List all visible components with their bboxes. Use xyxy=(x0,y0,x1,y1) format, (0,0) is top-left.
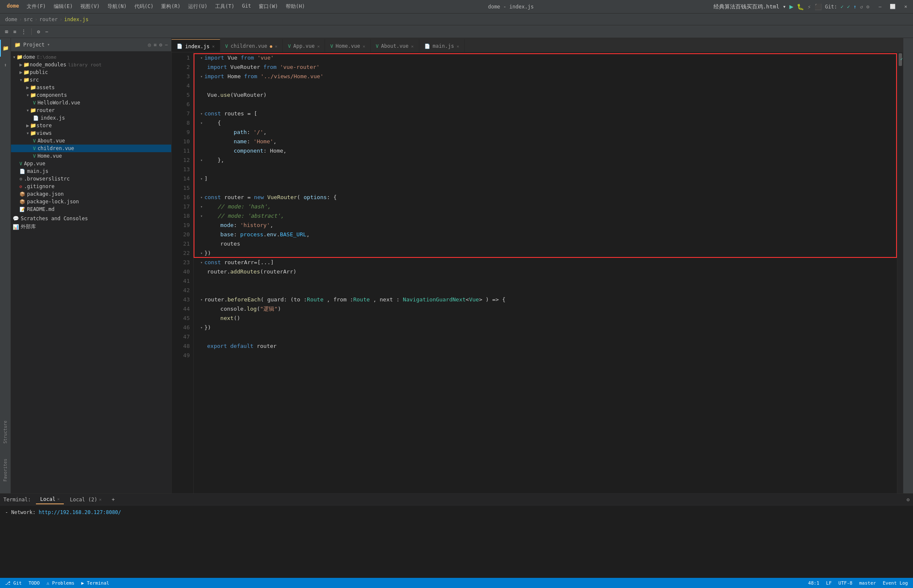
menu-git[interactable]: Git xyxy=(238,2,254,11)
favorites-panel[interactable]: Favorites xyxy=(2,455,8,485)
structure-panel[interactable]: Structure xyxy=(2,417,8,447)
breadcrumb-file[interactable]: index.js xyxy=(64,16,89,22)
add-terminal-icon[interactable]: + xyxy=(112,497,115,503)
tree-item-mainjs[interactable]: 📄 main.js xyxy=(11,167,171,175)
collapse-all-icon[interactable]: ≡ xyxy=(153,42,156,48)
fold-arrow-46[interactable]: ▾ xyxy=(200,323,202,332)
run-button[interactable]: ▶ xyxy=(790,3,794,11)
terminal-content[interactable]: - Network: http://192.168.20.127:8080/ xyxy=(0,506,913,578)
toolbar-collapse-icon[interactable]: − xyxy=(44,28,50,36)
fold-arrow-17[interactable]: ▾ xyxy=(200,202,202,211)
term-tab-local2[interactable]: Local (2) ✕ xyxy=(66,495,106,504)
tree-item-node-modules[interactable]: ▶ 📁 node_modules library root xyxy=(11,61,171,68)
menu-edit[interactable]: 编辑(E) xyxy=(50,2,77,11)
git-check2[interactable]: ✓ xyxy=(847,4,850,10)
tree-item-scratches[interactable]: 💬 Scratches and Consoles xyxy=(11,215,171,222)
tree-item-packagejson[interactable]: 📦 package.json xyxy=(11,190,171,198)
toolbar-settings-icon[interactable]: ⚙ xyxy=(35,28,41,36)
toolbar-list-icon[interactable]: ≡ xyxy=(11,28,18,36)
tree-item-views[interactable]: ▾ 📁 views xyxy=(11,129,171,137)
tree-item-router[interactable]: ▾ 📁 router xyxy=(11,107,171,114)
debug-button[interactable]: 🐛 xyxy=(797,3,804,10)
code-content[interactable]: ▾ import Vue from 'vue' import VueRouter… xyxy=(194,52,897,493)
tree-close-icon[interactable]: − xyxy=(165,42,168,48)
tab-homevue-close[interactable]: ✕ xyxy=(363,44,365,49)
close-button[interactable]: ✕ xyxy=(902,3,910,10)
toolbar-more-icon[interactable]: ⋮ xyxy=(19,28,28,36)
tree-item-readme[interactable]: 📝 README.md xyxy=(11,205,171,213)
term-tab-local2-close[interactable]: ✕ xyxy=(99,497,101,502)
tree-item-src[interactable]: ▾ 📁 src xyxy=(11,76,171,84)
tab-children-close[interactable]: ✕ xyxy=(275,44,277,49)
git-push[interactable]: ↑ xyxy=(853,4,856,10)
tab-mainjs[interactable]: 📄 main.js ✕ xyxy=(419,39,465,52)
fold-arrow-7[interactable]: ▾ xyxy=(200,109,202,118)
tab-appvue-close[interactable]: ✕ xyxy=(317,44,320,49)
algorithm-dropdown[interactable]: 经典算法百钱买百鸡.html ▾ xyxy=(713,3,786,11)
fold-arrow-14[interactable]: ▾ xyxy=(200,174,202,183)
git-settings[interactable]: ⚙ xyxy=(867,4,869,10)
tree-item-assets[interactable]: ▶ 📁 assets xyxy=(11,84,171,91)
tab-appvue[interactable]: V App.vue ✕ xyxy=(283,39,325,52)
term-tab-local1[interactable]: Local ✕ xyxy=(36,495,64,504)
activity-project[interactable]: 📁 xyxy=(0,40,11,57)
menu-refactor[interactable]: 重构(R) xyxy=(158,2,184,11)
menu-view[interactable]: 视图(V) xyxy=(77,2,103,11)
menu-file[interactable]: 文件(F) xyxy=(23,2,49,11)
fold-arrow-23[interactable]: ▾ xyxy=(200,258,202,267)
tab-aboutvue[interactable]: V About.vue ✕ xyxy=(371,39,419,52)
locate-icon[interactable]: ◎ xyxy=(148,42,151,48)
status-git[interactable]: ⎇ Git xyxy=(5,580,22,586)
menu-help[interactable]: 帮助(H) xyxy=(282,2,309,11)
tree-settings-icon[interactable]: ⚙ xyxy=(159,42,162,48)
fold-arrow-1[interactable]: ▾ xyxy=(200,53,202,63)
tree-item-browsers[interactable]: ⚙ .browserslistrc xyxy=(11,175,171,183)
tree-item-packagelock[interactable]: 📦 package-lock.json xyxy=(11,198,171,205)
fold-arrow-16[interactable]: ▾ xyxy=(200,193,202,202)
fold-arrow-12[interactable]: ▾ xyxy=(200,156,202,165)
menu-run[interactable]: 运行(U) xyxy=(185,2,211,11)
tab-mainjs-close[interactable]: ✕ xyxy=(456,44,459,49)
activity-commit[interactable]: ⬆ xyxy=(0,57,11,74)
status-terminal[interactable]: ▶ Terminal xyxy=(81,580,109,586)
tree-item-appvue[interactable]: V App.vue xyxy=(11,160,171,167)
tree-item-external[interactable]: 📊 外部库 xyxy=(11,222,171,231)
tree-item-dome[interactable]: ▾ 📁 dome E:\dome xyxy=(11,53,171,61)
minimize-button[interactable]: — xyxy=(876,3,884,10)
menu-code[interactable]: 代码(C) xyxy=(131,2,157,11)
tab-indexjs-close[interactable]: ✕ xyxy=(212,44,215,49)
menu-bar[interactable]: dome 文件(F) 编辑(E) 视图(V) 导航(N) 代码(C) 重构(R)… xyxy=(3,2,308,11)
tree-item-home[interactable]: V Home.vue xyxy=(11,152,171,160)
tab-homevue[interactable]: V Home.vue ✕ xyxy=(325,39,370,52)
fold-arrow-3[interactable]: ▾ xyxy=(200,72,202,81)
menu-nav[interactable]: 导航(N) xyxy=(104,2,130,11)
fold-arrow-18[interactable]: ▾ xyxy=(200,211,202,221)
fold-arrow-22[interactable]: ▾ xyxy=(200,249,202,258)
breadcrumb-dome[interactable]: dome xyxy=(5,16,17,22)
breadcrumb-src[interactable]: src xyxy=(24,16,33,22)
toolbar-layout-icon[interactable]: ⊞ xyxy=(3,28,10,36)
stop-button[interactable]: ⬛ xyxy=(815,3,822,10)
breadcrumb-router[interactable]: router xyxy=(39,16,57,22)
tree-header-icons[interactable]: ◎ ≡ ⚙ − xyxy=(148,42,168,48)
tree-item-store[interactable]: ▶ 📁 store xyxy=(11,122,171,129)
tree-item-indexjs[interactable]: 📄 index.js xyxy=(11,114,171,122)
tab-aboutvue-close[interactable]: ✕ xyxy=(411,44,414,49)
tree-item-helloworld[interactable]: V HelloWorld.vue xyxy=(11,99,171,107)
maximize-button[interactable]: ⬜ xyxy=(887,3,898,10)
term-tab-local1-close[interactable]: ✕ xyxy=(57,497,60,501)
status-todo[interactable]: TODO xyxy=(29,580,40,586)
tree-item-children[interactable]: V children.vue xyxy=(11,145,171,152)
tree-item-public[interactable]: ▶ 📁 public xyxy=(11,68,171,76)
git-check[interactable]: ✓ xyxy=(841,4,844,10)
event-log-button[interactable]: Event Log xyxy=(883,580,908,586)
git-undo[interactable]: ↺ xyxy=(860,4,863,10)
fold-arrow-8[interactable]: ▾ xyxy=(200,118,202,128)
scrollbar-right[interactable]: ✓ xyxy=(897,52,903,493)
menu-app[interactable]: dome xyxy=(3,2,22,11)
menu-window[interactable]: 窗口(W) xyxy=(255,2,282,11)
tab-children[interactable]: V children.vue ● ✕ xyxy=(220,39,283,52)
terminal-settings-icon[interactable]: ⚙ xyxy=(907,497,910,503)
profile-button[interactable]: ⚡ xyxy=(807,3,811,10)
tree-item-about[interactable]: V About.vue xyxy=(11,137,171,145)
